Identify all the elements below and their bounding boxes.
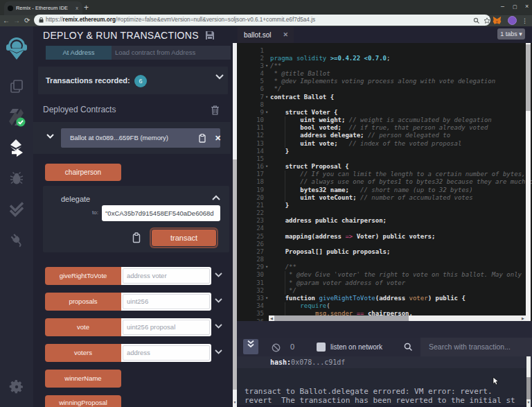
solidity-compiler-icon[interactable] (0, 107, 33, 130)
debugger-icon[interactable] (0, 170, 33, 189)
terminal-content: hash:0x078...c91df transact to Ballot.de… (237, 356, 532, 407)
fn-button-voters[interactable]: voters (45, 344, 121, 362)
delegate-to-input[interactable]: "0xCA35b7d915458EF540aDe6068d (102, 205, 220, 221)
url-search-icon[interactable] (473, 17, 480, 24)
transactions-recorded-label: Transactions recorded: (46, 76, 130, 85)
fn-row-proposals: proposalsuint256 (45, 293, 211, 311)
line-numbers: 1 2 3 4 5 6 7 8 9 10 11 12 13 14 15 16 1… (237, 47, 264, 322)
tx-hash-row[interactable]: hash:0x078...c91df (237, 356, 532, 368)
editor-hscrollbar[interactable]: ◀▶ (269, 315, 526, 321)
fn-expand-chevron-icon[interactable] (214, 323, 223, 329)
editor-tab-ballot[interactable]: ballot.sol✕ (238, 27, 294, 43)
fn-expand-chevron-icon[interactable] (214, 349, 223, 355)
back-button[interactable]: ← (3, 15, 10, 26)
code-content: pragma solidity >=0.4.22 <0.7.0; /** * @… (270, 47, 532, 318)
url-host: remix.ethereum.org (63, 17, 116, 23)
browser-tab-title: Remix - Ethereum IDE (16, 1, 68, 15)
url-bar[interactable]: https://remix.ethereum.org/#optimize=fal… (34, 15, 490, 26)
fn-expand-chevron-icon[interactable] (214, 297, 223, 304)
fn-button-vote[interactable]: vote (45, 318, 121, 336)
window-maximize-button[interactable]: ▢ (513, 1, 517, 12)
fn-expand-chevron-icon[interactable] (214, 272, 223, 278)
code-editor[interactable]: 1 2 3 4 5 6 7 8 9 10 11 12 13 14 15 16 1… (237, 43, 532, 321)
deployed-contract-label: Ballot at 0x089...659FB (memory) (70, 134, 168, 141)
browser-tab[interactable]: Remix - Ethereum IDE x (4, 1, 82, 15)
fn-row-giveRightToVote: giveRightToVoteaddress voter (45, 267, 211, 285)
favicon (8, 6, 13, 11)
new-tab-button[interactable]: + (84, 1, 89, 14)
save-scenario-icon[interactable] (205, 31, 215, 40)
indent-guide (285, 116, 285, 148)
tab-close-icon[interactable]: x (76, 1, 78, 15)
fn-button-proposals[interactable]: proposals (45, 293, 121, 311)
fn-input-voters[interactable]: address (121, 344, 211, 362)
metamask-extension-icon[interactable] (493, 16, 502, 25)
deploy-run-icon[interactable] (0, 139, 33, 159)
delegate-to-label: to: (72, 209, 98, 216)
editor-tab-label: ballot.sol (244, 31, 271, 39)
lock-icon (39, 17, 44, 23)
plugin-manager-icon[interactable] (0, 232, 33, 251)
transactions-count-badge: 6 (134, 75, 147, 87)
remove-contract-icon[interactable]: ✕ (215, 128, 221, 148)
at-address-button[interactable]: At Address (46, 46, 112, 60)
window-minimize-button[interactable]: – (501, 1, 504, 11)
settings-gear-icon[interactable] (0, 379, 33, 398)
bookmark-star-icon[interactable] (484, 17, 490, 24)
pending-tx-count: 0 (290, 343, 294, 351)
terminal-gap (237, 321, 532, 338)
fn-row-vote: voteuint256 proposal (45, 318, 211, 336)
delegate-copy-icon[interactable] (132, 232, 141, 243)
at-address-input[interactable]: Load contract from Address (112, 46, 231, 60)
fn-input-proposals[interactable]: uint256 (121, 293, 211, 311)
forward-button[interactable]: → (13, 15, 20, 26)
trash-icon[interactable] (211, 105, 220, 115)
editor-tab-close-icon[interactable]: ✕ (283, 27, 288, 43)
activity-bar (0, 26, 33, 407)
unit-testing-icon[interactable] (0, 201, 33, 220)
remix-logo (0, 36, 33, 64)
panel-title: DEPLOY & RUN TRANSACTIONS (43, 30, 199, 41)
listen-network-checkbox[interactable] (317, 343, 326, 352)
editor-vscrollbar[interactable] (526, 43, 531, 321)
terminal-error-text: transact to Ballot.delegate errored: VM … (245, 387, 515, 405)
browser-menu-icon[interactable]: ⋮ (522, 15, 528, 26)
chairperson-button[interactable]: chairperson (45, 164, 121, 181)
transactions-chevron-icon[interactable] (215, 73, 224, 80)
fn-input-giveRightToVote[interactable]: address voter (121, 267, 211, 285)
mouse-cursor (493, 376, 499, 386)
deployed-contracts-label: Deployed Contracts (43, 105, 116, 114)
indent-guide (285, 271, 285, 295)
file-explorer-icon[interactable] (0, 78, 33, 98)
reload-button[interactable]: ⟳ (24, 15, 30, 26)
profile-avatar[interactable] (508, 16, 517, 25)
terminal-expand-button[interactable] (243, 339, 258, 354)
winner-name-button[interactable]: winnerName (45, 370, 121, 388)
terminal-scrollbar[interactable]: ▼ (526, 356, 531, 407)
copy-contract-icon[interactable] (198, 133, 206, 143)
contract-expand-chevron-icon[interactable] (46, 133, 55, 139)
window-close-button[interactable]: × (525, 1, 529, 11)
terminal-search-input[interactable]: Search with transaction... (420, 338, 532, 356)
terminal-search-icon (404, 343, 413, 352)
indent-guide (285, 171, 285, 202)
browser-tabstrip: Remix - Ethereum IDE x + – ▢ × (0, 0, 532, 15)
winning-proposal-button[interactable]: winningProposal (45, 395, 121, 407)
listen-network-label: listen on network (330, 343, 382, 352)
fn-row-voters: votersaddress (45, 344, 211, 362)
delegate-collapse-chevron-icon[interactable] (211, 195, 221, 201)
delegate-label: delegate (61, 195, 90, 203)
clear-console-icon[interactable] (272, 343, 281, 352)
fn-input-vote[interactable]: uint256 proposal (121, 318, 211, 336)
tabs-count-badge[interactable]: 1 tabs ▾ (497, 28, 525, 40)
deployed-contract-pill[interactable]: Ballot at 0x089...659FB (memory) ✕ (61, 128, 220, 148)
transact-button[interactable]: transact (151, 229, 217, 247)
fn-button-giveRightToVote[interactable]: giveRightToVote (45, 267, 121, 285)
